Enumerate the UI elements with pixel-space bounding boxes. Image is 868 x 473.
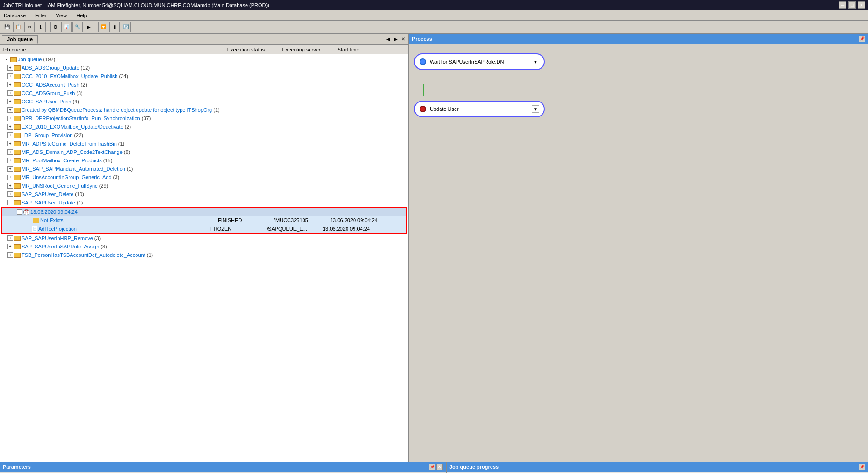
expand-btn[interactable]: + bbox=[7, 90, 13, 96]
list-item[interactable]: + ADS_ADSGroup_Update (12) bbox=[0, 64, 408, 72]
not-exists-server: \MUCC325105 bbox=[274, 218, 330, 223]
jqp-pin-btn[interactable]: 📌 bbox=[859, 464, 865, 470]
expand-btn[interactable]: + bbox=[7, 124, 13, 130]
tab-job-queue[interactable]: Job queue bbox=[2, 35, 38, 44]
col-start-header: Start time bbox=[338, 47, 406, 52]
maximize-button[interactable]: □ bbox=[848, 1, 856, 9]
menu-view[interactable]: View bbox=[54, 12, 69, 19]
expand-btn[interactable]: + bbox=[7, 141, 13, 146]
menu-help[interactable]: Help bbox=[74, 12, 89, 19]
params-header-label: Parameters bbox=[3, 464, 31, 470]
tab-nav-next[interactable]: ▶ bbox=[392, 36, 399, 42]
list-item[interactable]: + MR_UNSRoot_Generic_FullSync (29) bbox=[0, 182, 408, 190]
close-button[interactable]: ✕ bbox=[858, 1, 865, 9]
expand-btn[interactable]: - bbox=[7, 200, 13, 205]
expand-btn[interactable]: + bbox=[7, 149, 13, 155]
expand-btn[interactable]: + bbox=[7, 166, 13, 172]
folder-icon bbox=[14, 167, 21, 172]
params-pin-btn[interactable]: 📌 bbox=[429, 464, 435, 470]
list-item[interactable]: + SAP_SAPUserInSAPRole_Assign (3) bbox=[0, 242, 408, 251]
node2-expand[interactable]: ▼ bbox=[532, 105, 539, 113]
expand-btn[interactable]: + bbox=[7, 175, 13, 180]
toolbar-btn-8[interactable]: ▶ bbox=[84, 22, 94, 32]
list-item[interactable]: + DPR_DPRProjectionStartInfo_Run_Synchro… bbox=[0, 114, 408, 123]
tree-root[interactable]: - Job queue (192) bbox=[0, 55, 408, 64]
toolbar-btn-1[interactable]: 💾 bbox=[2, 22, 12, 32]
params-close-btn[interactable]: ✕ bbox=[436, 464, 443, 470]
item-label: MR_ADPSiteConfig_DeleteFromTrashBin bbox=[22, 141, 117, 146]
expand-btn[interactable]: + bbox=[7, 183, 13, 189]
expand-btn[interactable]: + bbox=[7, 107, 13, 113]
process-header-right: 📌 bbox=[859, 36, 865, 42]
expand-btn[interactable]: + bbox=[7, 191, 13, 197]
node1-expand[interactable]: ▼ bbox=[532, 58, 539, 65]
list-item[interactable]: + MR_ADPSiteConfig_DeleteFromTrashBin (1… bbox=[0, 139, 408, 148]
item-label: MR_PoolMailbox_Create_Products bbox=[22, 158, 102, 163]
list-item[interactable]: + MR_UnsAccountInGroup_Generic_Add (3) bbox=[0, 173, 408, 182]
list-item[interactable]: + LDP_Group_Provision (22) bbox=[0, 131, 408, 139]
process-pin-btn[interactable]: 📌 bbox=[859, 36, 865, 42]
list-item[interactable]: + MR_SAP_SAPMandant_Automated_Deletion (… bbox=[0, 165, 408, 173]
toolbar-btn-filter2[interactable]: ⬆ bbox=[109, 22, 120, 32]
toolbar-sep-1 bbox=[48, 23, 48, 31]
process-panel-header: Process 📌 bbox=[409, 34, 868, 44]
root-expand[interactable]: - bbox=[4, 57, 9, 62]
folder-icon bbox=[14, 183, 21, 189]
list-item[interactable]: + TSB_PersonHasTSBAccountDef_Autodelete_… bbox=[0, 251, 408, 259]
list-item[interactable]: + CCC_ADSGroup_Push (3) bbox=[0, 89, 408, 97]
list-item[interactable]: + Created by QBMDBQueueProcess: handle o… bbox=[0, 106, 408, 114]
item-count: (2) bbox=[81, 82, 87, 87]
toolbar-btn-5[interactable]: ⚙ bbox=[50, 22, 60, 32]
expand-btn[interactable]: + bbox=[7, 99, 13, 104]
process-header-label: Process bbox=[412, 36, 432, 42]
list-item[interactable]: + SAP_SAPUserInHRP_Remove (3) bbox=[0, 234, 408, 242]
expand-btn[interactable]: + bbox=[7, 244, 13, 249]
toolbar-btn-4[interactable]: ℹ bbox=[36, 22, 46, 32]
main-area: Job queue ◀ ▶ ✕ Job queue Execution stat… bbox=[0, 34, 868, 462]
left-panel: Job queue ◀ ▶ ✕ Job queue Execution stat… bbox=[0, 34, 409, 462]
toolbar-btn-7[interactable]: 🔧 bbox=[72, 22, 83, 32]
toolbar-btn-filter[interactable]: 🔽 bbox=[98, 22, 108, 32]
tab-nav-prev[interactable]: ◀ bbox=[385, 36, 391, 42]
process-node-1[interactable]: Wait for SAPUserInSAPRole.DN ▼ bbox=[414, 53, 545, 70]
list-item[interactable]: + MR_ADS_Domain_ADP_Code2TextChange (8) bbox=[0, 148, 408, 156]
adhoc-row[interactable]: 📄 AdHocProjection FROZEN \SAPQUEUE_E... … bbox=[2, 225, 406, 233]
menu-database[interactable]: Database bbox=[2, 12, 28, 19]
not-exists-row[interactable]: Not Exists FINISHED \MUCC325105 13.06.20… bbox=[2, 216, 406, 225]
toolbar-btn-refresh[interactable]: 🔄 bbox=[121, 22, 131, 32]
process-node-2[interactable]: Update User ▼ bbox=[414, 101, 545, 117]
list-item[interactable]: + CCC_SAPUser_Push (4) bbox=[0, 97, 408, 106]
expand-btn[interactable]: + bbox=[7, 82, 13, 87]
toolbar-btn-6[interactable]: 📊 bbox=[61, 22, 72, 32]
folder-icon bbox=[14, 99, 21, 104]
menu-filter[interactable]: Filter bbox=[33, 12, 48, 19]
toolbar-btn-2[interactable]: 📋 bbox=[13, 22, 23, 32]
tab-close[interactable]: ✕ bbox=[400, 36, 406, 42]
item-label: EXO_2010_EXOMailbox_Update/Deactivate bbox=[22, 124, 123, 130]
not-exists-label: Not Exists bbox=[40, 218, 218, 223]
expand-btn[interactable]: + bbox=[7, 158, 13, 163]
right-panel: Process 📌 Wait for SAPUserInSAPRole.DN ▼… bbox=[409, 34, 868, 462]
list-item[interactable]: + MR_PoolMailbox_Create_Products (15) bbox=[0, 156, 408, 165]
folder-icon bbox=[14, 82, 21, 87]
expand-btn[interactable]: + bbox=[7, 132, 13, 138]
list-item[interactable]: + CCC_2010_EXOMailbox_Update_Publish (34… bbox=[0, 72, 408, 80]
date-row[interactable]: - ⏰ 13.06.2020 09:04:24 bbox=[2, 208, 406, 216]
item-count: (22) bbox=[74, 132, 83, 138]
expand-btn[interactable]: + bbox=[7, 73, 13, 79]
toolbar-btn-3[interactable]: ✂ bbox=[24, 22, 35, 32]
item-count: (1) bbox=[77, 200, 83, 205]
sap-sapuser-update-item[interactable]: - SAP_SAPUser_Update (1) bbox=[0, 198, 408, 207]
minimize-button[interactable]: ─ bbox=[839, 1, 846, 9]
expand-btn[interactable]: + bbox=[7, 116, 13, 121]
expand-btn[interactable]: + bbox=[7, 235, 13, 241]
toolbar: 💾 📋 ✂ ℹ ⚙ 📊 🔧 ▶ 🔽 ⬆ 🔄 bbox=[0, 21, 868, 34]
item-count: (12) bbox=[81, 65, 90, 71]
list-item[interactable]: + SAP_SAPUser_Delete (10) bbox=[0, 190, 408, 198]
date-expand[interactable]: - bbox=[17, 209, 22, 215]
expand-btn[interactable]: + bbox=[7, 252, 13, 258]
expand-btn[interactable]: + bbox=[7, 65, 13, 71]
list-item[interactable]: + EXO_2010_EXOMailbox_Update/Deactivate … bbox=[0, 123, 408, 131]
list-item[interactable]: + CCC_ADSAccount_Push (2) bbox=[0, 80, 408, 89]
adhoc-start: 13.06.2020 09:04:24 bbox=[323, 226, 393, 232]
